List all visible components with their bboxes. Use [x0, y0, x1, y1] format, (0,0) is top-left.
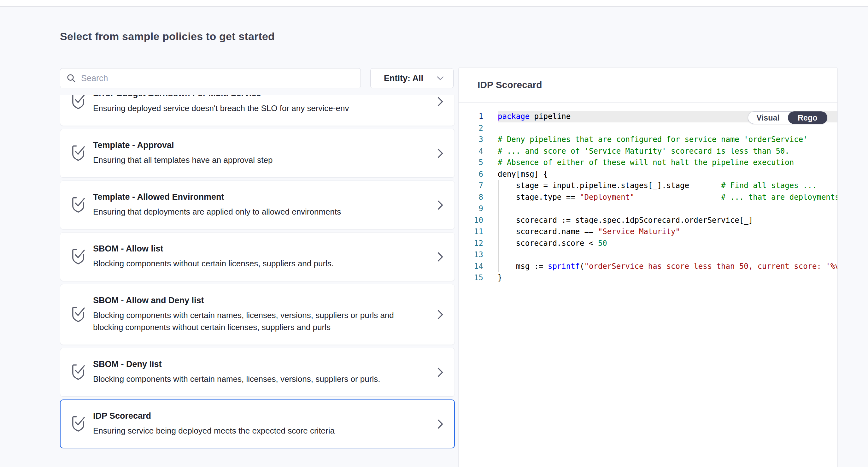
code-line: 6 deny[msg] { [459, 169, 837, 180]
line-content: scorecard.name == "Service Maturity" [483, 227, 680, 236]
policy-title: SBOM - Allow list [93, 244, 408, 254]
policy-description: Ensuring service being deployed meets th… [93, 425, 408, 437]
line-number: 3 [459, 135, 483, 144]
line-content: stage = input.pipeline.stages[_].stage #… [483, 181, 816, 190]
line-number: 13 [459, 250, 483, 259]
code-token [634, 193, 721, 202]
page-title: Select from sample policies to get start… [60, 30, 275, 42]
code-token: package [498, 112, 530, 121]
policy-card-text: Error Budget Burndown For Multi Service … [93, 95, 408, 114]
line-number: 6 [459, 170, 483, 179]
code-token: msg := [498, 262, 548, 271]
code-token: "Service Maturity" [598, 227, 680, 236]
code-line: 3 # Deny pipelines that are configured f… [459, 134, 837, 145]
line-number: 9 [459, 204, 483, 213]
policy-shield-check-icon [71, 197, 86, 214]
line-number: 11 [459, 227, 483, 236]
rego-toggle-button[interactable]: Rego [788, 111, 828, 124]
editor-mode-toggle: Visual Rego [748, 111, 827, 124]
code-token: # Find all stages ... [721, 181, 816, 190]
code-token: "Deployment" [580, 193, 634, 202]
search-icon [67, 74, 76, 83]
line-content: } [483, 273, 502, 282]
line-number: 4 [459, 147, 483, 155]
line-content: scorecard.score < 50 [483, 239, 607, 248]
line-content: msg := sprintf("orderService has score l… [483, 262, 837, 271]
line-content: # Absence of either of these will not ha… [483, 158, 794, 167]
policy-title: Template - Allowed Environment [93, 192, 408, 202]
policy-description: Blocking components without certain lice… [93, 258, 408, 269]
policy-card[interactable]: Error Budget Burndown For Multi Service … [60, 95, 455, 126]
line-number: 2 [459, 124, 483, 133]
code-line: 10 scorecard := stage.spec.idpScorecard.… [459, 214, 837, 226]
code-token: "orderService has score less than 50, cu… [584, 262, 837, 271]
code-line: 4 # ... and score of 'Service Maturity' … [459, 145, 837, 157]
chevron-right-icon [437, 97, 443, 106]
line-content: # ... and score of 'Service Maturity' sc… [483, 147, 789, 155]
policy-title: Error Budget Burndown For Multi Service [93, 95, 408, 98]
policy-card-text: SBOM - Allow and Deny list Blocking comp… [93, 296, 408, 333]
line-number: 15 [459, 273, 483, 282]
code-token: # ... and score of 'Service Maturity' sc… [498, 147, 789, 155]
policy-card[interactable]: SBOM - Allow list Blocking components wi… [60, 232, 455, 281]
policy-title: SBOM - Deny list [93, 359, 408, 369]
line-content: # Deny pipelines that are configured for… [483, 135, 808, 144]
code-line: 9 [459, 203, 837, 214]
policy-card[interactable]: Template - Approval Ensuring that all te… [60, 129, 455, 178]
policy-list: Error Budget Burndown For Multi Service … [60, 95, 455, 467]
code-line: 5 # Absence of either of these will not … [459, 157, 837, 169]
policy-card-text: IDP Scorecard Ensuring service being dep… [93, 411, 408, 437]
policy-title: SBOM - Allow and Deny list [93, 296, 408, 305]
policy-card[interactable]: Template - Allowed Environment Ensuring … [60, 180, 455, 229]
policy-title: Template - Approval [93, 140, 408, 150]
line-number: 7 [459, 181, 483, 190]
policy-card-text: SBOM - Deny list Blocking components wit… [93, 359, 408, 385]
policy-card-text: Template - Approval Ensuring that all te… [93, 140, 408, 166]
code-token: # Deny pipelines that are configured for… [498, 135, 808, 144]
code-token: sprintf [548, 262, 580, 271]
code-token: stage.type == [498, 193, 580, 202]
entity-filter-dropdown[interactable]: Entity: All [370, 68, 454, 88]
code-token: scorecard := stage.spec.idpScorecard.ord… [498, 216, 753, 225]
policy-card[interactable]: IDP Scorecard Ensuring service being dep… [60, 400, 455, 448]
line-number: 12 [459, 239, 483, 248]
policy-card[interactable]: SBOM - Allow and Deny list Blocking comp… [60, 284, 455, 345]
policy-card-text: Template - Allowed Environment Ensuring … [93, 192, 408, 218]
code-token: deny[msg] { [498, 170, 548, 179]
policy-description: Ensuring that all templates have an appr… [93, 154, 408, 166]
policy-shield-check-icon [71, 95, 86, 110]
policy-shield-check-icon [71, 364, 86, 381]
top-bar [0, 0, 868, 7]
search-input-container[interactable] [60, 68, 361, 88]
visual-toggle-button[interactable]: Visual [748, 112, 788, 124]
chevron-right-icon [437, 368, 443, 377]
policy-description: Blocking components with certain names, … [93, 309, 408, 333]
line-number: 8 [459, 193, 483, 202]
line-content: deny[msg] { [483, 170, 548, 179]
chevron-right-icon [437, 419, 443, 429]
policy-card-text: SBOM - Allow list Blocking components wi… [93, 244, 408, 269]
policy-preview-panel: IDP Scorecard 1 package pipeline 2 3 # D… [458, 67, 838, 467]
code-line: 11 scorecard.name == "Service Maturity" [459, 226, 837, 238]
code-line: 14 msg := sprintf("orderService has scor… [459, 261, 837, 272]
policy-description: Blocking components with certain names, … [93, 373, 408, 385]
line-number: 5 [459, 158, 483, 167]
code-line: 7 stage = input.pipeline.stages[_].stage… [459, 180, 837, 192]
policy-title: IDP Scorecard [93, 411, 408, 421]
code-editor[interactable]: 1 package pipeline 2 3 # Deny pipelines … [459, 103, 837, 467]
chevron-right-icon [437, 252, 443, 262]
search-input[interactable] [81, 74, 354, 83]
code-token: # ... that are deployments [721, 193, 837, 202]
policy-shield-check-icon [71, 248, 86, 265]
policy-description: Ensuring deployed service doesn't breach… [93, 102, 408, 114]
code-token: # Absence of either of these will not ha… [498, 158, 794, 167]
chevron-right-icon [437, 310, 443, 319]
code-line: 12 scorecard.score < 50 [459, 238, 837, 249]
policy-card[interactable]: SBOM - Deny list Blocking components wit… [60, 348, 455, 397]
code-line: 13 [459, 249, 837, 261]
chevron-down-icon [437, 76, 444, 81]
code-token: pipeline [530, 112, 570, 121]
code-line: 15 } [459, 272, 837, 284]
policy-description: Ensuring that deployments are applied on… [93, 206, 408, 218]
panel-title: IDP Scorecard [477, 80, 542, 90]
